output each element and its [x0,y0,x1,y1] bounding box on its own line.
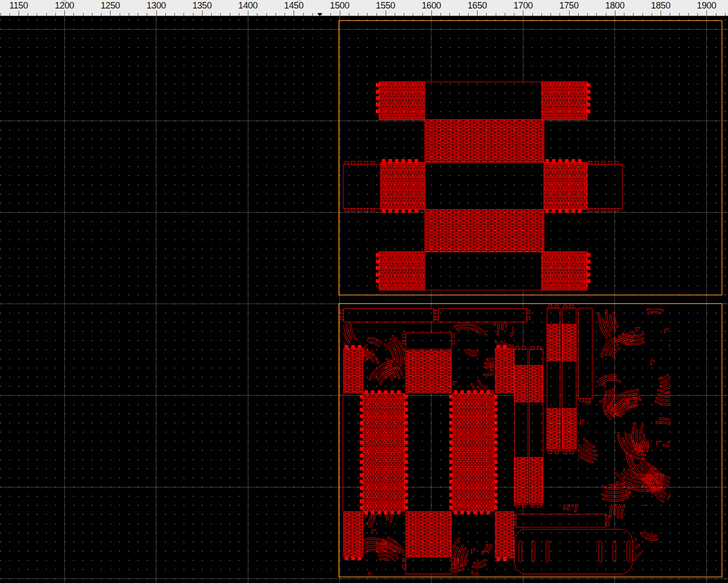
ruler-minor-tick [505,13,505,16]
ruler-major-tick [569,11,570,16]
ruler-minor-tick [652,13,652,16]
ruler-minor-tick [193,13,194,16]
ruler-major-tick [248,11,248,16]
ruler-minor-tick [92,13,93,16]
ruler-minor-tick [101,13,102,16]
ruler-minor-tick [468,13,469,16]
ruler-minor-tick [624,13,624,16]
ruler-unit-label: 1450 [279,1,309,11]
ruler-minor-tick [285,13,285,16]
ruler-major-tick [202,11,203,16]
ruler-minor-tick [716,13,716,16]
ruler-unit-label: 1250 [95,1,125,11]
ruler-minor-tick [220,13,221,16]
ruler-minor-tick [46,13,47,16]
ruler-minor-tick [83,13,83,16]
ruler-minor-tick [486,13,487,16]
ruler-minor-tick [1,13,1,16]
ruler-minor-tick [55,13,56,16]
ruler-major-tick [661,11,661,16]
ruler-minor-tick [367,13,368,16]
ruler-minor-tick [73,13,74,16]
ruler-major-tick [523,11,523,16]
ruler-minor-tick [303,13,304,16]
ruler-major-tick [294,11,294,16]
ruler-minor-tick [147,13,147,16]
ruler-minor-tick [165,13,166,16]
ruler-minor-tick [377,13,377,16]
ruler-minor-tick [129,13,129,16]
ruler-minor-tick [725,13,725,16]
ruler-minor-tick [395,13,395,16]
ruler-minor-tick [596,13,597,16]
ruler-minor-tick [697,13,698,16]
ruler-unit-label: 1200 [49,1,79,11]
ruler-unit-label: 1350 [187,1,217,11]
ruler-major-tick [340,11,340,16]
ruler-unit-label: 1550 [371,1,401,11]
ruler-minor-tick [211,13,212,16]
ruler-minor-tick [120,13,120,16]
ruler-minor-tick [10,13,10,16]
ruler-minor-tick [321,13,322,16]
ruler-unit-label: 1750 [554,1,584,11]
ruler-minor-tick [138,13,138,16]
ruler-unit-label: 1400 [233,1,263,11]
ruler-minor-tick [578,13,579,16]
ruler-unit-label: 1900 [691,1,721,11]
ruler-minor-tick [514,13,514,16]
ruler-minor-tick [606,13,606,16]
ruler-unit-label: 1650 [462,1,492,11]
ruler-minor-tick [532,13,533,16]
ruler-minor-tick [266,13,267,16]
ruler-unit-label: 1300 [141,1,171,11]
ruler-major-tick [19,11,19,16]
ruler-unit-label: 1600 [416,1,446,11]
ruler-major-tick [431,11,432,16]
ruler-unit-label: 1800 [600,1,630,11]
ruler-minor-tick [688,13,689,16]
ruler-minor-tick [312,13,313,16]
ruler-major-tick [386,11,386,16]
ruler-unit-label: 1500 [325,1,355,11]
ruler-major-tick [156,11,157,16]
ruler-major-tick [110,11,111,16]
ruler-minor-tick [440,13,441,16]
ruler-minor-tick [449,13,450,16]
ruler-minor-tick [184,13,184,16]
ruler-minor-tick [551,13,551,16]
ruler-minor-tick [496,13,496,16]
ruler-minor-tick [413,13,413,16]
horizontal-ruler[interactable]: 1150120012501300135014001450150015501600… [0,0,728,16]
ruler-minor-tick [174,13,175,16]
ruler-unit-label: 1700 [508,1,538,11]
ruler-minor-tick [459,13,460,16]
ruler-minor-tick [670,13,670,16]
ruler-minor-tick [560,13,560,16]
ruler-major-tick [615,11,615,16]
ruler-major-tick [64,11,65,16]
ruler-minor-tick [230,13,230,16]
ruler-minor-tick [276,13,276,16]
ruler-unit-label: 1850 [646,1,676,11]
ruler-major-tick [706,11,707,16]
ruler-minor-tick [404,13,404,16]
ruler-minor-tick [330,13,331,16]
ruler-minor-tick [349,13,349,16]
ruler-minor-tick [358,13,358,16]
ruler-minor-tick [541,13,542,16]
ruler-major-tick [477,11,478,16]
grid-dots [0,16,728,583]
ruler-unit-label: 1150 [4,1,34,11]
ruler-minor-tick [587,13,588,16]
ruler-minor-tick [633,13,633,16]
ruler-minor-tick [37,13,37,16]
ruler-minor-tick [257,13,257,16]
ruler-minor-tick [239,13,239,16]
layout-editor-window: { "ruler": { "labels": ["1150","1200","1… [0,0,728,583]
ruler-minor-tick [422,13,423,16]
ruler-minor-tick [28,13,28,16]
ruler-minor-tick [679,13,680,16]
layout-canvas[interactable] [0,0,728,583]
ruler-minor-tick [643,13,643,16]
